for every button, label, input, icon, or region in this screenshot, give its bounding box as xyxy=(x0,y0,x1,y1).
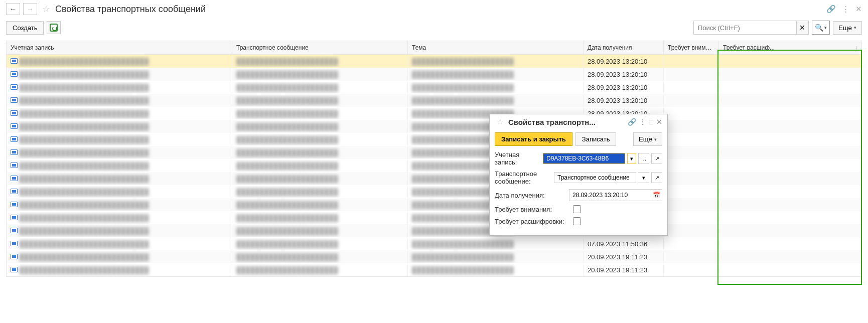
col-account[interactable]: Учетная запись xyxy=(7,41,232,54)
col-transport[interactable]: Транспортное сообщение xyxy=(232,41,408,54)
date-cell: 28.09.2023 13:20:10 xyxy=(584,69,664,80)
row-type-icon xyxy=(11,71,18,77)
decrypt-checkbox[interactable] xyxy=(573,217,581,225)
save-and-close-button[interactable]: Записать и закрыть xyxy=(495,132,572,146)
forward-button[interactable]: → xyxy=(23,3,37,15)
back-button[interactable]: ← xyxy=(6,3,20,15)
save-button[interactable]: Записать xyxy=(575,132,617,146)
date-cell: 20.09.2023 19:11:23 xyxy=(584,264,664,276)
table-row[interactable]: ████████████████████████████████████████… xyxy=(7,250,861,263)
table-row[interactable]: ████████████████████████████████████████… xyxy=(7,237,861,250)
row-type-icon xyxy=(11,189,18,194)
calendar-button[interactable]: 📅 xyxy=(651,190,662,201)
table-row[interactable]: ████████████████████████████████████████… xyxy=(7,120,861,133)
row-type-icon xyxy=(11,254,18,259)
table-row[interactable]: ████████████████████████████████████████… xyxy=(7,198,861,211)
page-header: ← → ☆ Свойства транспортных сообщений 🔗 … xyxy=(0,0,868,19)
col-decrypt[interactable]: Требует расшиф...↓ xyxy=(719,41,861,54)
table-body: ████████████████████████████████████████… xyxy=(7,55,861,276)
row-type-icon xyxy=(11,149,18,155)
dialog-body: Учетная запись: ▾ … ↗ Транспортное сообщ… xyxy=(490,149,667,235)
dialog-header: ☆ Свойства транспортн... 🔗 ⋮ □ ✕ xyxy=(490,114,667,129)
date-cell: 07.09.2023 11:50:36 xyxy=(584,238,664,250)
date-label: Дата получения: xyxy=(495,192,566,199)
transport-input[interactable] xyxy=(554,172,636,183)
account-input[interactable] xyxy=(543,153,625,164)
kebab-menu-icon[interactable]: ⋮ xyxy=(639,118,646,126)
row-type-icon xyxy=(11,241,18,246)
col-topic[interactable]: Тема xyxy=(408,41,584,54)
close-icon[interactable]: ✕ xyxy=(656,118,662,126)
table-row[interactable]: ████████████████████████████████████████… xyxy=(7,159,861,172)
decrypt-label: Требует расшифровки: xyxy=(495,218,570,225)
search-input[interactable] xyxy=(694,22,796,34)
search-icon: 🔍 xyxy=(815,24,823,32)
ellipsis-button[interactable]: … xyxy=(638,153,649,164)
dialog-title: Свойства транспортн... xyxy=(508,118,625,126)
dialog-toolbar: Записать и закрыть Записать Еще ▾ xyxy=(490,129,667,149)
row-type-icon xyxy=(11,84,18,90)
table-header: Учетная запись Транспортное сообщение Те… xyxy=(7,41,861,55)
attention-checkbox[interactable] xyxy=(573,205,581,213)
sort-down-icon: ↓ xyxy=(855,44,858,50)
account-label: Учетная запись: xyxy=(495,151,540,166)
row-type-icon xyxy=(11,136,18,142)
row-type-icon xyxy=(11,110,18,116)
attention-label: Требует внимания: xyxy=(495,206,570,213)
date-cell: 20.09.2023 19:11:23 xyxy=(584,251,664,263)
row-type-icon xyxy=(11,267,18,272)
row-type-icon xyxy=(11,58,18,64)
chevron-down-icon: ▾ xyxy=(654,137,657,142)
table-row[interactable]: ████████████████████████████████████████… xyxy=(7,146,861,159)
row-type-icon xyxy=(11,215,18,220)
row-type-icon xyxy=(11,123,18,129)
row-type-icon xyxy=(11,97,18,103)
row-type-icon xyxy=(11,228,18,233)
maximize-icon[interactable]: □ xyxy=(649,118,653,126)
table-row[interactable]: ████████████████████████████████████████… xyxy=(7,55,861,68)
chevron-down-icon: ▾ xyxy=(854,25,856,30)
table-row[interactable]: ████████████████████████████████████████… xyxy=(7,68,861,81)
row-type-icon xyxy=(11,176,18,181)
close-icon[interactable]: ✕ xyxy=(855,5,862,14)
date-input[interactable] xyxy=(569,190,651,200)
refresh-icon xyxy=(50,24,58,32)
properties-dialog: ☆ Свойства транспортн... 🔗 ⋮ □ ✕ Записат… xyxy=(489,114,668,236)
refresh-button[interactable] xyxy=(47,21,61,34)
create-button[interactable]: Создать xyxy=(6,21,44,35)
row-type-icon xyxy=(11,202,18,207)
table-row[interactable]: ████████████████████████████████████████… xyxy=(7,81,861,94)
table-row[interactable]: ████████████████████████████████████████… xyxy=(7,263,861,276)
open-external-button[interactable]: ↗ xyxy=(651,172,662,183)
dropdown-button[interactable]: ▾ xyxy=(638,172,649,183)
dropdown-button[interactable]: ▾ xyxy=(627,153,636,164)
favorite-star-icon[interactable]: ☆ xyxy=(42,4,50,15)
dialog-more-button[interactable]: Еще ▾ xyxy=(633,132,662,146)
col-attention[interactable]: Требует внимания xyxy=(664,41,719,54)
favorite-star-icon[interactable]: ☆ xyxy=(497,117,503,126)
col-date[interactable]: Дата получения xyxy=(584,41,664,54)
date-cell: 28.09.2023 13:20:10 xyxy=(584,95,664,106)
kebab-menu-icon[interactable]: ⋮ xyxy=(842,5,849,14)
table-row[interactable]: ████████████████████████████████████████… xyxy=(7,211,861,224)
page-title: Свойства транспортных сообщений xyxy=(55,4,823,15)
link-icon[interactable]: 🔗 xyxy=(628,118,636,126)
table-row[interactable]: ████████████████████████████████████████… xyxy=(7,94,861,107)
search-box: ✕ xyxy=(693,21,809,35)
more-button[interactable]: Еще ▾ xyxy=(833,21,862,35)
table-row[interactable]: ████████████████████████████████████████… xyxy=(7,172,861,185)
table-row[interactable]: ████████████████████████████████████████… xyxy=(7,185,861,198)
chevron-down-icon: ▾ xyxy=(824,25,827,30)
table-row[interactable]: ████████████████████████████████████████… xyxy=(7,224,861,237)
table-row[interactable]: ████████████████████████████████████████… xyxy=(7,133,861,146)
date-cell: 28.09.2023 13:20:10 xyxy=(584,56,664,67)
open-external-button[interactable]: ↗ xyxy=(651,153,662,164)
data-table: Учетная запись Транспортное сообщение Те… xyxy=(6,41,862,277)
search-clear-button[interactable]: ✕ xyxy=(796,21,808,34)
table-row[interactable]: ████████████████████████████████████████… xyxy=(7,107,861,120)
link-icon[interactable]: 🔗 xyxy=(826,5,836,14)
search-button[interactable]: 🔍 ▾ xyxy=(812,21,830,35)
transport-label: Транспортное сообщение: xyxy=(495,170,551,185)
toolbar: Создать ✕ 🔍 ▾ Еще ▾ xyxy=(0,19,868,41)
row-type-icon xyxy=(11,163,18,168)
